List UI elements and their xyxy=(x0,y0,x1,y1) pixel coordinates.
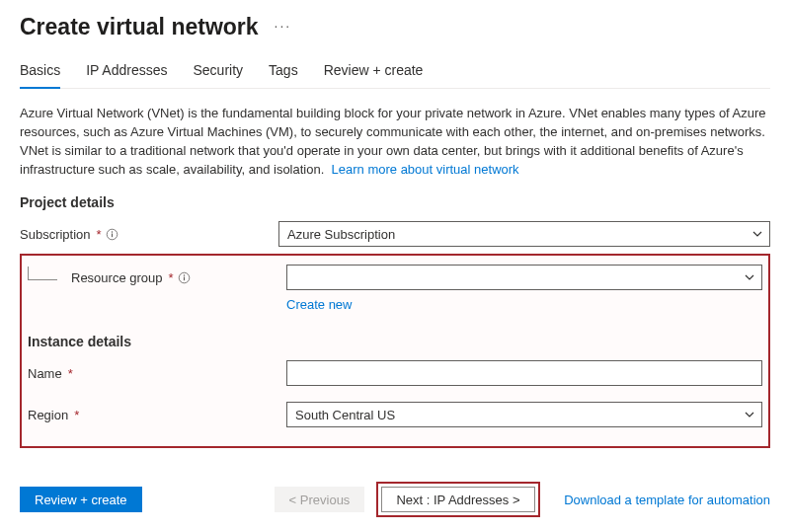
tab-basics[interactable]: Basics xyxy=(20,62,60,89)
previous-button: < Previous xyxy=(275,487,365,512)
tab-review-create[interactable]: Review + create xyxy=(324,62,424,89)
tabs-bar: Basics IP Addresses Security Tags Review… xyxy=(20,62,770,89)
region-label: Region* xyxy=(28,408,286,422)
instance-details-heading: Instance details xyxy=(28,334,762,349)
footer-bar: Review + create < Previous Next : IP Add… xyxy=(20,482,770,517)
svg-rect-2 xyxy=(112,233,113,237)
next-button[interactable]: Next : IP Addresses > xyxy=(381,487,534,512)
resource-group-select[interactable] xyxy=(286,265,762,290)
create-new-link[interactable]: Create new xyxy=(286,297,352,312)
tab-ip-addresses[interactable]: IP Addresses xyxy=(86,62,167,89)
subscription-select[interactable] xyxy=(278,221,770,247)
tree-indent-icon xyxy=(28,266,57,280)
description-text: Azure Virtual Network (VNet) is the fund… xyxy=(20,105,770,179)
svg-rect-5 xyxy=(183,276,184,280)
info-icon[interactable] xyxy=(178,271,191,284)
page-title: Create virtual network xyxy=(20,14,259,40)
svg-point-4 xyxy=(183,274,184,275)
name-input[interactable] xyxy=(286,360,762,386)
resource-group-label: Resource group* xyxy=(28,270,286,285)
download-template-link[interactable]: Download a template for automation xyxy=(564,493,770,507)
project-details-heading: Project details xyxy=(20,194,770,210)
subscription-label: Subscription* xyxy=(20,227,278,242)
learn-more-link[interactable]: Learn more about virtual network xyxy=(332,162,519,177)
region-select[interactable] xyxy=(286,402,762,427)
review-create-button[interactable]: Review + create xyxy=(20,487,142,512)
tab-tags[interactable]: Tags xyxy=(269,62,298,89)
next-button-highlight: Next : IP Addresses > xyxy=(376,482,539,517)
tab-security[interactable]: Security xyxy=(193,62,243,89)
svg-point-1 xyxy=(111,231,112,232)
highlighted-section: Resource group* Create new Instance deta… xyxy=(20,254,770,448)
name-label: Name* xyxy=(28,366,286,381)
more-icon[interactable]: ··· xyxy=(275,18,292,38)
info-icon[interactable] xyxy=(106,228,118,241)
